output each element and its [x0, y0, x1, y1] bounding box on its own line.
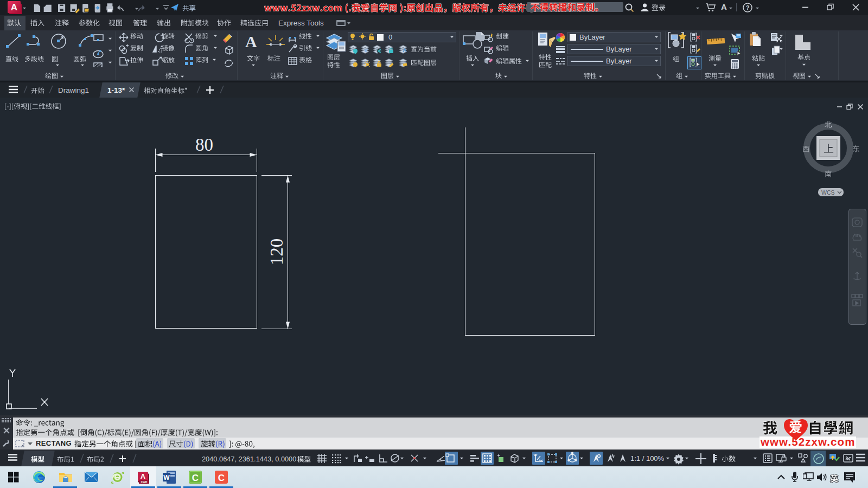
svg-text:C: C — [218, 473, 225, 483]
svg-text:?: ? — [746, 4, 750, 11]
svg-text:W: W — [163, 474, 170, 481]
svg-text:CAD: CAD — [141, 480, 148, 484]
svg-text:A: A — [141, 472, 146, 480]
svg-text:C: C — [192, 473, 199, 483]
svg-text:A: A — [11, 2, 17, 12]
